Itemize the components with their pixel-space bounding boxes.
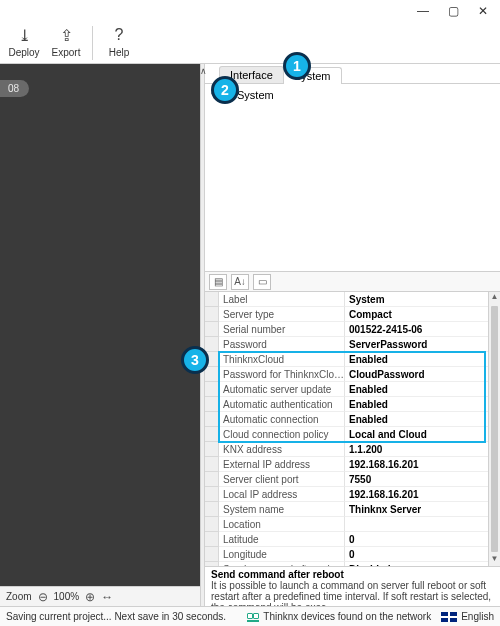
property-value[interactable]: Thinknx Server (345, 502, 488, 517)
property-row[interactable]: Local IP address192.168.16.201 (205, 487, 488, 502)
window-maximize-button[interactable]: ▢ (438, 1, 468, 21)
tree-node-label: System (237, 89, 274, 101)
scroll-up-icon[interactable]: ▲ (489, 292, 500, 304)
sort-az-button[interactable]: A↓ (231, 274, 249, 290)
property-value[interactable]: 1.1.200 (345, 442, 488, 457)
property-row[interactable]: Password for ThinknxCloudCloudPassword (205, 367, 488, 382)
status-language[interactable]: English (441, 611, 494, 622)
categorized-view-button[interactable]: ▤ (209, 274, 227, 290)
property-gutter (205, 502, 219, 517)
property-value[interactable] (345, 517, 488, 532)
property-value[interactable]: 001522-2415-06 (345, 322, 488, 337)
status-bar: Saving current project... Next save in 3… (0, 606, 500, 626)
tab-bar: Interface System (205, 64, 500, 84)
property-description-title: Send command after reboot (211, 569, 494, 580)
zoom-value: 100% (54, 591, 80, 602)
property-value[interactable]: Compact (345, 307, 488, 322)
property-name: Server type (219, 307, 345, 322)
callout-3: 3 (181, 346, 209, 374)
property-value[interactable]: 192.168.16.201 (345, 487, 488, 502)
property-name: Password (219, 337, 345, 352)
property-row[interactable]: LabelSystem (205, 292, 488, 307)
property-gutter (205, 412, 219, 427)
status-network[interactable]: Thinknx devices found on the network (247, 611, 431, 622)
flag-uk-icon (441, 612, 457, 622)
property-name: Automatic authentication (219, 397, 345, 412)
property-value[interactable]: Enabled (345, 382, 488, 397)
properties-column: Interface System ▽ System ▤ A↓ ▭ LabelSy… (205, 64, 500, 606)
object-tree[interactable]: ▽ System (205, 84, 500, 272)
property-description-body: It is possible to launch a command on se… (211, 580, 494, 606)
property-value[interactable]: Enabled (345, 397, 488, 412)
property-gutter (205, 472, 219, 487)
scroll-down-icon[interactable]: ▼ (489, 554, 500, 566)
property-name: Serial number (219, 322, 345, 337)
design-canvas[interactable]: 08 (0, 64, 200, 586)
property-name: Label (219, 292, 345, 307)
property-name: Cloud connection policy (219, 427, 345, 442)
property-row[interactable]: Server client port7550 (205, 472, 488, 487)
property-row[interactable]: Serial number001522-2415-06 (205, 322, 488, 337)
zoom-fit-button[interactable]: ↔ (101, 590, 113, 604)
property-grid-scrollbar[interactable]: ▲ ▼ (488, 292, 500, 566)
property-row[interactable]: Location (205, 517, 488, 532)
property-gutter (205, 397, 219, 412)
main-toolbar: ⤓ Deploy ⇪ Export ? Help (0, 22, 500, 64)
property-value[interactable]: ServerPassword (345, 337, 488, 352)
property-value[interactable]: Disabled (345, 562, 488, 566)
property-row[interactable]: Automatic server updateEnabled (205, 382, 488, 397)
canvas-page-tab[interactable]: 08 (0, 80, 29, 97)
property-row[interactable]: PasswordServerPassword (205, 337, 488, 352)
export-button[interactable]: ⇪ Export (46, 24, 86, 58)
property-row[interactable]: System nameThinknx Server (205, 502, 488, 517)
network-icon (247, 612, 259, 622)
deploy-label: Deploy (8, 47, 39, 58)
property-gutter (205, 487, 219, 502)
canvas-column: 08 Zoom ⊖ 100% ⊕ ↔ (0, 64, 200, 606)
help-icon: ? (108, 24, 130, 46)
property-row[interactable]: Cloud connection policyLocal and Cloud (205, 427, 488, 442)
property-row[interactable]: External IP address192.168.16.201 (205, 457, 488, 472)
property-row[interactable]: Automatic authenticationEnabled (205, 397, 488, 412)
property-row[interactable]: Longitude0 (205, 547, 488, 562)
property-gutter (205, 532, 219, 547)
property-row[interactable]: Automatic connectionEnabled (205, 412, 488, 427)
property-gutter (205, 457, 219, 472)
property-value[interactable]: 0 (345, 532, 488, 547)
status-network-label: Thinknx devices found on the network (263, 611, 431, 622)
property-name: Password for ThinknxCloud (219, 367, 345, 382)
property-value[interactable]: 0 (345, 547, 488, 562)
zoom-out-button[interactable]: ⊖ (38, 590, 48, 604)
property-gutter (205, 442, 219, 457)
property-row[interactable]: Send command after rebootDisabled (205, 562, 488, 566)
window-minimize-button[interactable]: — (408, 1, 438, 21)
property-name: ThinknxCloud (219, 352, 345, 367)
properties-view-button[interactable]: ▭ (253, 274, 271, 290)
zoom-in-button[interactable]: ⊕ (85, 590, 95, 604)
property-row[interactable]: Latitude0 (205, 532, 488, 547)
property-name: System name (219, 502, 345, 517)
property-name: Automatic server update (219, 382, 345, 397)
property-value[interactable]: Enabled (345, 352, 488, 367)
property-value[interactable]: 192.168.16.201 (345, 457, 488, 472)
property-value[interactable]: 7550 (345, 472, 488, 487)
window-close-button[interactable]: ✕ (468, 1, 498, 21)
property-value[interactable]: Enabled (345, 412, 488, 427)
tree-root-item[interactable]: ▽ System (211, 88, 494, 102)
property-name: Automatic connection (219, 412, 345, 427)
property-name: Latitude (219, 532, 345, 547)
property-row[interactable]: ThinknxCloudEnabled (205, 352, 488, 367)
property-row[interactable]: Server typeCompact (205, 307, 488, 322)
property-value[interactable]: Local and Cloud (345, 427, 488, 442)
property-value[interactable]: System (345, 292, 488, 307)
property-gutter (205, 517, 219, 532)
property-name: Server client port (219, 472, 345, 487)
scroll-thumb[interactable] (491, 306, 498, 552)
property-value[interactable]: CloudPassword (345, 367, 488, 382)
property-row[interactable]: KNX address1.1.200 (205, 442, 488, 457)
property-grid-toolbar: ▤ A↓ ▭ (205, 272, 500, 292)
zoom-bar: Zoom ⊖ 100% ⊕ ↔ (0, 586, 200, 606)
export-icon: ⇪ (55, 24, 77, 46)
help-button[interactable]: ? Help (99, 24, 139, 58)
deploy-button[interactable]: ⤓ Deploy (4, 24, 44, 58)
